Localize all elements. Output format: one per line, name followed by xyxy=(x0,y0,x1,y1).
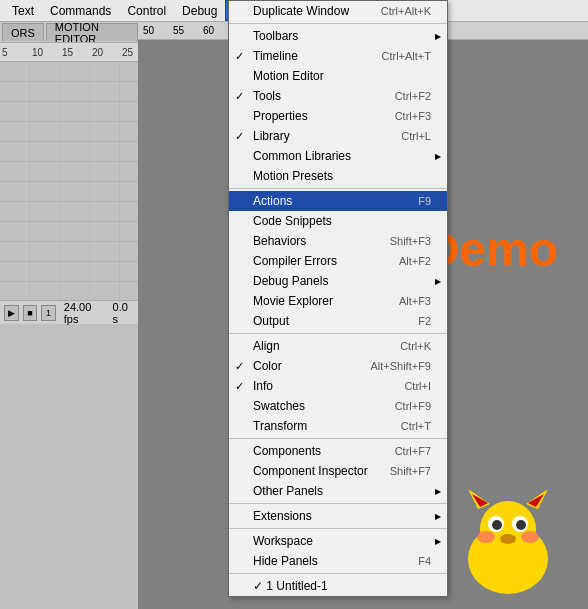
menu-item-label: Motion Editor xyxy=(253,69,324,83)
menu-item-common-libraries[interactable]: Common Libraries xyxy=(229,146,447,166)
menu-item-shortcut: F4 xyxy=(418,555,431,567)
menu-item-label: Behaviors xyxy=(253,234,306,248)
menu-item-properties[interactable]: Properties Ctrl+F3 xyxy=(229,106,447,126)
menu-item-swatches[interactable]: Swatches Ctrl+F9 xyxy=(229,396,447,416)
separator-5 xyxy=(229,503,447,504)
menu-item-shortcut: Ctrl+Alt+T xyxy=(381,50,431,62)
menu-item-shortcut: Shift+F7 xyxy=(390,465,431,477)
menu-item-other-panels[interactable]: Other Panels xyxy=(229,481,447,501)
menu-item-component-inspector[interactable]: Component Inspector Shift+F7 xyxy=(229,461,447,481)
menu-item-label: Motion Presets xyxy=(253,169,333,183)
window-dropdown-menu: Duplicate Window Ctrl+Alt+K Toolbars ✓ T… xyxy=(228,0,448,597)
check-icon: ✓ xyxy=(235,50,244,63)
menu-item-shortcut: Ctrl+F2 xyxy=(395,90,431,102)
menu-item-shortcut: F9 xyxy=(418,195,431,207)
menu-item-label: Duplicate Window xyxy=(253,4,349,18)
menu-item-duplicate-window[interactable]: Duplicate Window Ctrl+Alt+K xyxy=(229,1,447,21)
menu-item-transform[interactable]: Transform Ctrl+T xyxy=(229,416,447,436)
menu-item-label: Component Inspector xyxy=(253,464,368,478)
menu-item-label: Transform xyxy=(253,419,307,433)
menu-item-label: Toolbars xyxy=(253,29,298,43)
menu-item-library[interactable]: ✓ Library Ctrl+L xyxy=(229,126,447,146)
menu-item-label: Properties xyxy=(253,109,308,123)
menu-item-label: Extensions xyxy=(253,509,312,523)
menu-item-shortcut: Alt+F2 xyxy=(399,255,431,267)
menu-item-align[interactable]: Align Ctrl+K xyxy=(229,336,447,356)
menu-item-shortcut: Ctrl+F9 xyxy=(395,400,431,412)
check-icon: ✓ xyxy=(235,360,244,373)
dropdown-overlay: Duplicate Window Ctrl+Alt+K Toolbars ✓ T… xyxy=(0,0,588,609)
menu-item-label: Color xyxy=(253,359,282,373)
menu-item-behaviors[interactable]: Behaviors Shift+F3 xyxy=(229,231,447,251)
menu-item-label: Tools xyxy=(253,89,281,103)
menu-item-extensions[interactable]: Extensions xyxy=(229,506,447,526)
menu-item-code-snippets[interactable]: Code Snippets xyxy=(229,211,447,231)
menu-item-shortcut: Ctrl+Alt+K xyxy=(381,5,431,17)
menu-item-shortcut: Ctrl+F3 xyxy=(395,110,431,122)
separator-6 xyxy=(229,528,447,529)
menu-item-tools[interactable]: ✓ Tools Ctrl+F2 xyxy=(229,86,447,106)
menu-item-shortcut: Ctrl+F7 xyxy=(395,445,431,457)
menu-item-output[interactable]: Output F2 xyxy=(229,311,447,331)
menu-item-label: Other Panels xyxy=(253,484,323,498)
menu-item-label: Timeline xyxy=(253,49,298,63)
menu-item-shortcut: Ctrl+T xyxy=(401,420,431,432)
menu-item-color[interactable]: ✓ Color Alt+Shift+F9 xyxy=(229,356,447,376)
menu-item-workspace[interactable]: Workspace xyxy=(229,531,447,551)
menu-item-label: Debug Panels xyxy=(253,274,328,288)
menu-item-movie-explorer[interactable]: Movie Explorer Alt+F3 xyxy=(229,291,447,311)
separator-1 xyxy=(229,23,447,24)
menu-item-label: Library xyxy=(253,129,290,143)
menu-item-shortcut: Alt+F3 xyxy=(399,295,431,307)
check-icon: ✓ xyxy=(235,90,244,103)
menu-item-shortcut: Ctrl+I xyxy=(404,380,431,392)
menu-item-label: Components xyxy=(253,444,321,458)
menu-item-label: Workspace xyxy=(253,534,313,548)
menu-item-motion-editor[interactable]: Motion Editor xyxy=(229,66,447,86)
separator-3 xyxy=(229,333,447,334)
menu-item-shortcut: Ctrl+K xyxy=(400,340,431,352)
menu-item-label: Hide Panels xyxy=(253,554,318,568)
menu-item-actions[interactable]: Actions F9 xyxy=(229,191,447,211)
menu-item-motion-presets[interactable]: Motion Presets xyxy=(229,166,447,186)
menu-item-shortcut: Ctrl+L xyxy=(401,130,431,142)
menu-item-label: Compiler Errors xyxy=(253,254,337,268)
menu-item-label: ✓ 1 Untitled-1 xyxy=(253,579,328,593)
separator-2 xyxy=(229,188,447,189)
menu-item-label: Actions xyxy=(253,194,292,208)
menu-item-timeline[interactable]: ✓ Timeline Ctrl+Alt+T xyxy=(229,46,447,66)
menu-item-debug-panels[interactable]: Debug Panels xyxy=(229,271,447,291)
check-icon: ✓ xyxy=(235,380,244,393)
menu-item-label: Common Libraries xyxy=(253,149,351,163)
menu-item-shortcut: F2 xyxy=(418,315,431,327)
menu-item-label: Swatches xyxy=(253,399,305,413)
menu-item-info[interactable]: ✓ Info Ctrl+I xyxy=(229,376,447,396)
menu-item-hide-panels[interactable]: Hide Panels F4 xyxy=(229,551,447,571)
menu-item-untitled[interactable]: ✓ 1 Untitled-1 xyxy=(229,576,447,596)
menu-item-label: Align xyxy=(253,339,280,353)
menu-item-label: Output xyxy=(253,314,289,328)
menu-item-label: Info xyxy=(253,379,273,393)
menu-item-label: Code Snippets xyxy=(253,214,332,228)
separator-7 xyxy=(229,573,447,574)
menu-item-shortcut: Alt+Shift+F9 xyxy=(370,360,431,372)
menu-item-compiler-errors[interactable]: Compiler Errors Alt+F2 xyxy=(229,251,447,271)
menu-item-toolbars[interactable]: Toolbars xyxy=(229,26,447,46)
menu-item-shortcut: Shift+F3 xyxy=(390,235,431,247)
separator-4 xyxy=(229,438,447,439)
menu-item-components[interactable]: Components Ctrl+F7 xyxy=(229,441,447,461)
check-icon: ✓ xyxy=(235,130,244,143)
menu-item-label: Movie Explorer xyxy=(253,294,333,308)
